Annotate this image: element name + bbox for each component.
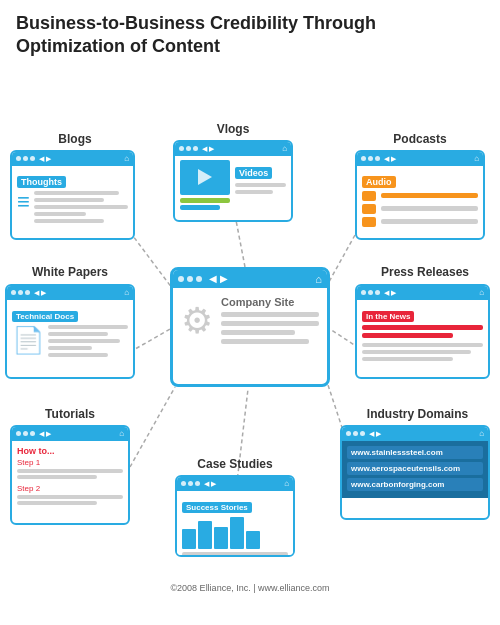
svg-line-1 [130, 232, 175, 292]
vlogs-video-thumb [180, 160, 230, 195]
vlogs-browser-bar: ◀ ▶ ⌂ [175, 142, 291, 156]
card-label-blogs: Blogs [15, 132, 135, 146]
card-label-tutorials: Tutorials [10, 407, 130, 421]
center-card: ◀ ▶ ⌂ ⚙ Company Site [170, 267, 330, 387]
svg-line-6 [130, 387, 175, 467]
page-title: Business-to-Business Credibility Through… [0, 0, 500, 67]
tutorials-step2: Step 2 [17, 484, 123, 493]
tutorials-howto: How to... [17, 446, 123, 456]
domain-url3: www.carbonforging.com [347, 478, 483, 491]
blogs-browser-bar: ◀ ▶ ⌂ [12, 152, 133, 166]
tutorials-card: ◀ ▶ ⌂ How to... Step 1 Step 2 [10, 425, 130, 525]
industrydomains-browser-bar: ◀ ▶ ⌂ [342, 427, 488, 441]
whitepapers-browser-bar: ◀ ▶ ⌂ [7, 286, 133, 300]
center-site-label: Company Site [221, 296, 319, 308]
blogs-tag: Thoughts [17, 176, 66, 188]
card-label-podcasts: Podcasts [355, 132, 485, 146]
footer-text: ©2008 Elliance, Inc. | www.elliance.com [0, 583, 500, 593]
domain-url1: www.stainlesssteel.com [347, 446, 483, 459]
whitepapers-card: ◀ ▶ ⌂ Technical Docs 📄 [5, 284, 135, 379]
card-label-vlogs: Vlogs [178, 122, 288, 136]
svg-line-4 [130, 329, 170, 352]
casestudies-tag: Success Stories [182, 502, 252, 513]
vlogs-card: ◀ ▶ ⌂ Videos [173, 140, 293, 222]
whitepapers-tag: Technical Docs [12, 311, 78, 322]
pressreleases-browser-bar: ◀ ▶ ⌂ [357, 286, 488, 300]
pressreleases-tag: In the News [362, 311, 414, 322]
card-label-whitepapers: White Papers [5, 265, 135, 279]
podcasts-card: ◀ ▶ ⌂ Audio [355, 150, 485, 240]
blogs-card: ◀ ▶ ⌂ Thoughts ≡ [10, 150, 135, 240]
gear-icon: ⚙ [181, 300, 213, 342]
title-line1: Business-to-Business Credibility Through [16, 13, 376, 33]
vlogs-tag: Videos [235, 167, 272, 179]
podcasts-browser-bar: ◀ ▶ ⌂ [357, 152, 483, 166]
svg-line-2 [235, 215, 245, 267]
success-bars [182, 517, 288, 549]
casestudies-card: ◀ ▶ ⌂ Success Stories [175, 475, 295, 557]
center-browser-bar: ◀ ▶ ⌂ [173, 270, 327, 288]
casestudies-browser-bar: ◀ ▶ ⌂ [177, 477, 293, 491]
domain-url2: www.aerospaceutensils.com [347, 462, 483, 475]
industrydomains-card: ◀ ▶ ⌂ www.stainlesssteel.com www.aerospa… [340, 425, 490, 520]
tutorials-browser-bar: ◀ ▶ ⌂ [12, 427, 128, 441]
card-label-pressreleases: Press Releases [355, 265, 495, 279]
tutorials-step1: Step 1 [17, 458, 123, 467]
podcasts-tag: Audio [362, 176, 396, 188]
pressreleases-card: ◀ ▶ ⌂ In the News [355, 284, 490, 379]
card-label-casestudies: Case Studies [175, 457, 295, 471]
title-line2: Optimization of Content [16, 36, 220, 56]
card-label-industrydomains: Industry Domains [340, 407, 495, 421]
